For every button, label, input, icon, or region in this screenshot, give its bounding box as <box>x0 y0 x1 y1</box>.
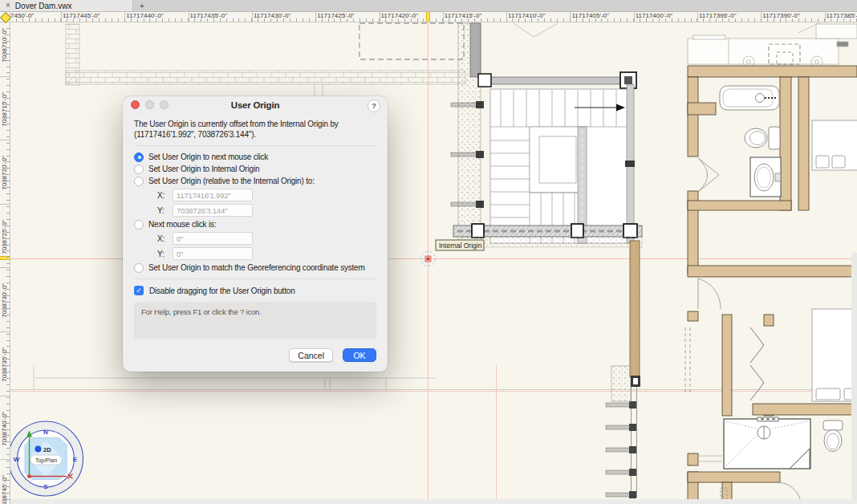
app-window: Internal Origin N S W E 2D Top/Plan <box>0 0 857 504</box>
relative-x-input[interactable] <box>173 189 253 201</box>
sink-icon <box>750 157 781 197</box>
radio-row-relative-to-internal[interactable]: Set User Origin (relative to the Interna… <box>134 176 376 186</box>
compass-west-label[interactable]: W <box>14 456 20 463</box>
window-controls <box>131 100 169 109</box>
help-text-box: For Help, press F1 or click the ? icon. <box>134 302 376 339</box>
ruler-label: 7038720'-0" <box>1 151 8 196</box>
y-field-label: Y: <box>157 250 167 258</box>
x-field-label: X: <box>157 191 167 200</box>
disable-dragging-row[interactable]: ✓ Disable dragging for the User Origin b… <box>134 285 376 296</box>
ruler-label: 11717425'-0" <box>317 12 354 19</box>
dialog-title-bar[interactable]: User Origin ? <box>123 96 388 114</box>
dialog-title: User Origin <box>231 100 279 110</box>
tab-close-icon[interactable]: × <box>6 2 10 10</box>
tan-wall-vertical <box>606 241 640 498</box>
ruler-label: 7450'-0" <box>10 12 34 19</box>
help-text: For Help, press F1 or click the ? icon. <box>141 307 262 316</box>
document-tab[interactable]: × Dover Dam.vwx <box>0 0 133 11</box>
toilet-icon <box>745 127 780 149</box>
help-icon[interactable]: ? <box>368 100 380 112</box>
view-compass[interactable]: N S W E 2D Top/Plan <box>10 421 83 496</box>
radio-label: Set User Origin (relative to the Interna… <box>148 177 315 185</box>
next-click-x-input[interactable] <box>173 232 253 245</box>
radio-row-next-mouse-click[interactable]: Set User Origin to next mouse click <box>134 152 376 162</box>
ruler-corner[interactable] <box>0 11 10 22</box>
internal-origin-label: Internal Origin <box>436 240 484 250</box>
ruler-label: 7038730'-0" <box>1 278 8 323</box>
next-click-y-input[interactable] <box>173 247 253 260</box>
user-origin-dialog: User Origin ? The User Origin is current… <box>123 96 388 372</box>
toilet-icon <box>823 421 843 452</box>
dashed-outline <box>359 23 464 59</box>
ruler-label: 11717410'-0" <box>508 12 545 19</box>
ruler-origin-marker-x <box>426 11 430 22</box>
radio-row-next-click-is[interactable]: Next mouse click is: <box>134 219 376 230</box>
x-field-label: X: <box>157 234 167 243</box>
origin-diamond-icon[interactable] <box>0 12 11 23</box>
cancel-button[interactable]: Cancel <box>289 348 333 362</box>
checkbox-label: Disable dragging for the User Origin but… <box>149 287 295 295</box>
dialog-description: The User Origin is currently offset from… <box>134 119 376 140</box>
radio-label: Set User Origin to match the Georeferenc… <box>148 263 365 272</box>
ruler-label: 7038725'-0" <box>1 214 8 259</box>
ruler-label: 11717420'-0" <box>381 12 418 19</box>
radio-label: Set User Origin to Internal Origin <box>148 165 259 173</box>
ruler-label: 7038740'-0" <box>1 406 8 451</box>
checkbox-checked[interactable]: ✓ <box>134 286 144 295</box>
tab-bar: × Dover Dam.vwx + <box>0 0 857 12</box>
new-tab-button[interactable]: + <box>135 0 149 11</box>
ruler-label: 11717405'-0" <box>571 12 608 19</box>
stair-top-wall <box>478 72 636 88</box>
ruler-label: 7038735'-0" <box>1 343 8 388</box>
ruler-label: 7038745'-0" <box>1 470 8 504</box>
radio-button[interactable] <box>134 220 144 230</box>
ruler-label: 11717390'-0" <box>762 12 799 19</box>
internal-origin-text: Internal Origin <box>439 242 482 250</box>
radio-label: Set User Origin to next mouse click <box>148 152 268 161</box>
radio-row-internal-origin[interactable]: Set User Origin to Internal Origin <box>134 164 376 174</box>
compass-south-label[interactable]: S <box>43 483 48 490</box>
compass-east-label[interactable]: E <box>73 456 78 463</box>
zoom-button <box>160 100 169 109</box>
radio-row-georeferencing[interactable]: Set User Origin to match the Georeferenc… <box>134 262 376 273</box>
relative-x-row: X: <box>157 189 376 201</box>
ruler-label: 11717445'-0" <box>63 12 100 19</box>
compass-north-label[interactable]: N <box>43 429 48 436</box>
ruler-label: 11717395'-0" <box>699 12 736 19</box>
ruler-label: 11717385'-0" <box>827 12 857 19</box>
mode-dot-icon <box>35 446 42 453</box>
relative-y-row: Y: <box>157 204 376 217</box>
ok-button[interactable]: OK <box>343 348 376 362</box>
radio-button[interactable] <box>134 263 144 273</box>
dialog-buttons: Cancel OK <box>134 348 376 362</box>
bathtub-icon <box>720 86 779 110</box>
radio-button[interactable] <box>134 177 144 186</box>
bed-icon <box>812 309 857 401</box>
tab-title: Dover Dam.vwx <box>15 2 72 10</box>
stair-left-wall <box>451 23 484 249</box>
ruler-label: 11717430'-0" <box>254 12 290 19</box>
ruler-label: 11717415'-0" <box>445 12 481 19</box>
next-click-y-row: Y: <box>157 247 376 260</box>
ruler-label: 7038710'-0" <box>1 23 8 68</box>
radio-button[interactable] <box>134 152 144 162</box>
ruler-vertical[interactable]: 7038710'-0"7038715'-0"7038720'-0"7038725… <box>0 22 10 504</box>
bed-icon <box>812 120 857 170</box>
radio-label: Next mouse click is: <box>148 220 216 229</box>
relative-y-input[interactable] <box>173 204 253 217</box>
compass-view-label: Top/Plan <box>35 457 57 464</box>
compass-mode-label: 2D <box>43 446 51 453</box>
divider <box>134 278 376 279</box>
apartment-plan <box>685 24 857 504</box>
masonry-wall <box>66 24 465 85</box>
shower-icon <box>724 417 810 469</box>
staircase <box>490 84 635 243</box>
ruler-label: 11717435'-0" <box>190 12 227 19</box>
ruler-horizontal[interactable]: 7450'-0"11717445'-0"11717440'-0"11717435… <box>10 11 857 22</box>
next-click-x-row: X: <box>157 232 376 245</box>
radio-button[interactable] <box>134 165 144 174</box>
y-field-label: Y: <box>157 206 167 215</box>
divider <box>134 145 376 146</box>
close-button[interactable] <box>131 100 140 109</box>
ruler-label: 11717400'-0" <box>636 12 672 19</box>
